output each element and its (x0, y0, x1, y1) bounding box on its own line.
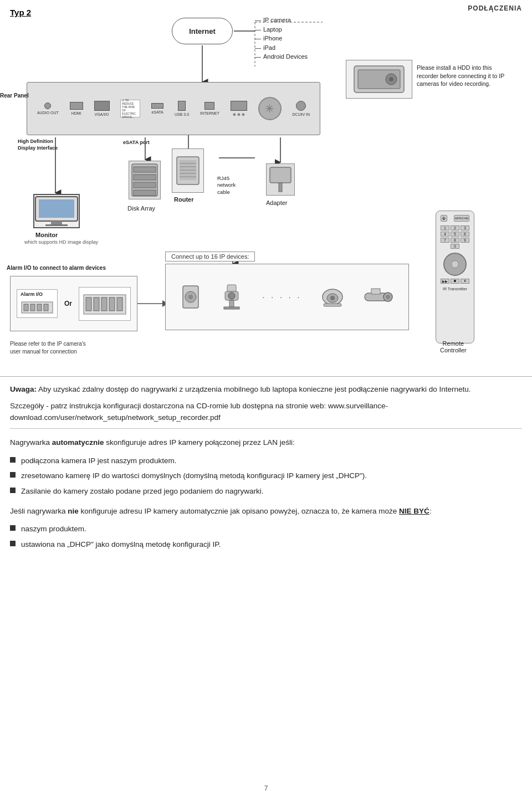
remote-top-buttons: ⏻ WFR/CAM (438, 213, 472, 223)
alarm-inner-label: Alarm I/O (17, 289, 58, 318)
bullet-text-1: podłączona kamera IP jest naszym produkt… (21, 455, 176, 467)
uwaga-paragraph: Uwaga: Aby uzyskać zdalny dostęp do nagr… (10, 383, 522, 396)
power-button-icon: ⏻ (441, 215, 447, 222)
alarm-label: Alarm I/O to connect to alarm devices (7, 265, 106, 271)
nie-byc-bold: NIE BYĆ (399, 507, 429, 515)
dome-svg (320, 286, 345, 308)
svg-rect-60 (86, 298, 91, 311)
ir-transmitter-label: IR Transmitter (443, 287, 467, 291)
svg-rect-33 (134, 175, 156, 180)
bullet2-text-2: ustawiona na „DHCP" jako domyślną metodę… (21, 539, 221, 551)
adapter-box (266, 163, 295, 196)
adapter-label: Adapter (266, 199, 288, 206)
uwaga-bold: Uwaga: (10, 385, 37, 393)
audio-out-port: AUDIO OUT (37, 102, 59, 115)
bullet2-item-2: ustawiona na „DHCP" jako domyślną metodę… (10, 539, 522, 551)
jesli-bold: nie (68, 507, 79, 515)
esata-icon (151, 103, 163, 109)
btn-8: 8 (451, 238, 459, 243)
bullet-item-2: zresetowano kamerę IP do wartości domyśl… (10, 470, 522, 482)
typ2-title: Typ 2 (10, 8, 31, 17)
svg-rect-53 (371, 289, 380, 294)
usb-icon (178, 101, 186, 111)
extra-btn-3: ⏸ (461, 279, 469, 284)
svg-rect-49 (324, 304, 341, 306)
svg-rect-56 (30, 304, 35, 311)
svg-rect-61 (94, 298, 99, 311)
svg-rect-32 (134, 167, 156, 172)
alarm-connector2-svg (83, 289, 127, 317)
lan-icon (204, 102, 214, 110)
bullet-item-1: podłączona kamera IP jest naszym produkt… (10, 455, 522, 467)
or-label: Or (64, 300, 72, 307)
jesli-end: : (429, 507, 432, 515)
svg-rect-41 (227, 285, 236, 291)
btn-9: 9 (461, 238, 469, 243)
auto-bold: automatycznie (52, 438, 104, 447)
remote-extra-buttons: ▶▶ ⏹ ⏸ (441, 279, 469, 284)
disk-array-svg (130, 162, 159, 198)
svg-point-43 (228, 293, 235, 299)
bullet-text-2: zresetowano kamerę IP do wartości domyśl… (21, 470, 367, 482)
device-list-item: — IP camera (255, 16, 308, 25)
fan-port: ✳ (258, 97, 282, 120)
szczegoły-text: Szczegóły - patrz instrukcja konfiguracj… (10, 402, 328, 410)
bullet-text-3: Zasilanie do kamery zostało podane przed… (21, 485, 264, 498)
vga-icon (94, 101, 110, 111)
svg-rect-64 (117, 298, 122, 311)
monitor-box (33, 194, 80, 228)
bullet2-text-1: naszym produktem. (21, 523, 86, 535)
bullet-item-3: Zasilanie do kamery zostało podane przed… (10, 485, 522, 498)
device-list: — IP camera — Laptop — iPhone — iPad — A… (255, 16, 308, 61)
bullet2-square-1 (10, 525, 16, 531)
hdmi-label: High DefinitionDisplay Interface (18, 139, 58, 151)
text-content-area: Uwaga: Aby uzyskać zdalny dostęp do nagr… (10, 383, 522, 554)
hdd-note: Please install a HDD into this recorder … (417, 64, 511, 88)
dotted-separator: · · · · · (262, 293, 301, 301)
fan-icon: ✳ (258, 97, 282, 120)
auto-paragraph: Nagrywarka automatycznie skonfiguruje ad… (10, 437, 522, 449)
uwaga-text: Aby uzyskać zdalny dostęp do nagrywarki … (37, 385, 470, 393)
remote-box: ⏻ WFR/CAM 1 2 3 4 5 6 7 8 9 0 ▶▶ ⏹ ⏸ IR … (436, 211, 474, 343)
esata-label: eSATA port (123, 140, 150, 145)
ip-device-dome (320, 286, 345, 308)
svg-rect-34 (134, 182, 156, 188)
device-list-item: — Android Devices (255, 52, 308, 61)
bullet-square-2 (10, 472, 16, 478)
rear-panel-label: Rear Panel (0, 92, 29, 99)
bullet-svg (364, 288, 393, 306)
btn-7: 7 (441, 238, 449, 243)
svg-rect-21 (39, 199, 74, 218)
btn-5: 5 (451, 232, 459, 237)
dash-icon: — (255, 52, 261, 61)
adapter-svg (268, 165, 293, 194)
svg-rect-58 (44, 304, 48, 311)
disk-array-label: Disk Array (127, 205, 155, 212)
rj45-label: RJ45networkcable (217, 175, 236, 196)
alarm-connectors (21, 299, 54, 316)
wfr-cam-button: WFR/CAM (454, 215, 469, 222)
btn-4: 4 (441, 232, 449, 237)
dc-icon (296, 101, 306, 111)
bullet2-item-1: naszym produktem. (10, 523, 522, 535)
extra-btn-1: ▶▶ (441, 279, 449, 284)
diagram-area: Typ 2 Internet — IP camera — Laptop — iP… (0, 0, 532, 377)
hdmi-icon (70, 102, 83, 110)
disk-array-box (129, 161, 161, 199)
lan-port: INTERNET (200, 102, 219, 115)
remote-number-buttons: 1 2 3 4 5 6 7 8 9 0 (441, 225, 469, 249)
alarm-io-port: ⊕ ⊕ ⊕ (231, 101, 247, 117)
bullet-square-3 (10, 488, 16, 493)
bullet2-square-2 (10, 541, 16, 546)
hdmi-port: HDMI (70, 102, 83, 115)
rca-icon (44, 102, 51, 109)
ip-device-speaker (181, 284, 201, 310)
svg-point-19 (389, 77, 393, 81)
monitor-svg (34, 196, 79, 227)
usb-port: USB 3.0 (175, 101, 189, 116)
svg-rect-62 (101, 298, 107, 311)
device-list-item: — iPhone (255, 34, 308, 43)
alarm-box: Alarm I/O Or (10, 276, 137, 331)
vga-port: VGA/I/O (94, 101, 110, 116)
device-list-item: — iPad (255, 43, 308, 53)
